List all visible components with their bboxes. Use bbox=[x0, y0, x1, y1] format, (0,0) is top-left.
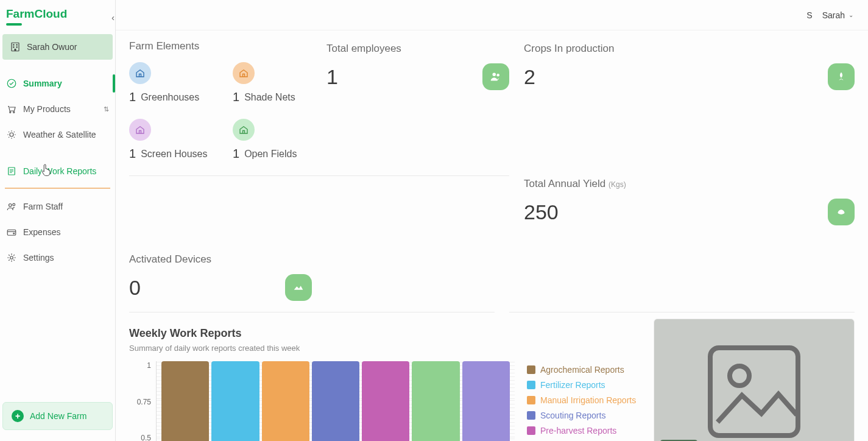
image-placeholder-icon bbox=[705, 343, 803, 440]
avatar-initial: S bbox=[806, 10, 812, 20]
legend-item[interactable]: Manual Irrigation Reports bbox=[527, 395, 637, 405]
section-separator bbox=[129, 312, 495, 312]
farm-element-icon bbox=[233, 62, 255, 84]
svg-rect-2 bbox=[16, 44, 18, 46]
stat-value: 250 bbox=[524, 200, 559, 224]
yield-icon bbox=[828, 199, 855, 225]
farm-elements-label: Farm Elements bbox=[129, 40, 312, 52]
crop-icon bbox=[828, 63, 855, 90]
farm-element-icon bbox=[129, 62, 151, 84]
y-tick: 1 bbox=[147, 361, 151, 370]
chart-subtitle: Summary of daily work reports created th… bbox=[129, 344, 637, 353]
nav-settings[interactable]: Settings bbox=[0, 245, 115, 270]
collapse-sidebar-button[interactable]: ‹ bbox=[111, 12, 115, 23]
chart-bar[interactable] bbox=[462, 361, 510, 441]
legend-swatch bbox=[527, 426, 535, 435]
profile-name: Sarah bbox=[822, 10, 845, 20]
plot-area bbox=[156, 361, 515, 441]
chart-bar[interactable] bbox=[211, 361, 259, 441]
summary-icon bbox=[6, 78, 17, 89]
expand-icon: ⇅ bbox=[104, 105, 109, 113]
stat-value: 2 bbox=[524, 65, 535, 89]
logo-text: FarmCloud bbox=[6, 7, 109, 21]
farm-element-count: 1 bbox=[129, 90, 136, 104]
nav-separator bbox=[5, 188, 110, 189]
legend-label: Manual Irrigation Reports bbox=[540, 395, 636, 405]
farm-element-item[interactable]: 1Open Fields bbox=[233, 119, 312, 161]
stat-label: Activated Devices bbox=[129, 253, 312, 266]
chart-bar[interactable] bbox=[412, 361, 459, 441]
svg-point-14 bbox=[13, 233, 15, 234]
svg-rect-5 bbox=[15, 49, 16, 51]
svg-rect-3 bbox=[13, 46, 14, 48]
profile-menu[interactable]: Sarah ⌄ bbox=[822, 10, 853, 20]
farm-element-item[interactable]: 1Greenhouses bbox=[129, 62, 208, 104]
stat-crops: Crops In production 2 bbox=[524, 40, 855, 101]
svg-point-17 bbox=[496, 74, 499, 77]
lower-section: Weekly Work Reports Summary of daily wor… bbox=[129, 319, 855, 441]
stat-label: Total Annual Yield (Kgs) bbox=[524, 178, 855, 190]
chart-bar[interactable] bbox=[312, 361, 359, 441]
chart-bar[interactable] bbox=[161, 361, 209, 441]
legend-label: Fertilizer Reports bbox=[540, 380, 605, 390]
chart-legend: Agrochemical ReportsFertilizer ReportsMa… bbox=[527, 361, 637, 441]
weekly-reports-chart: Weekly Work Reports Summary of daily wor… bbox=[129, 319, 637, 441]
legend-swatch bbox=[527, 381, 535, 389]
stat-value: 0 bbox=[129, 276, 141, 300]
y-tick: 0.5 bbox=[141, 434, 151, 441]
nav-my-products[interactable]: My Products ⇅ bbox=[0, 96, 115, 122]
crop-card[interactable]: Cal-J Crop Stage:HarvestingLast Update:M… bbox=[654, 319, 855, 441]
farm-element-label: Screen Houses bbox=[141, 149, 207, 160]
topbar: S Sarah ⌄ bbox=[116, 0, 868, 30]
stat-yield: Total Annual Yield (Kgs) 250 bbox=[524, 175, 855, 236]
svg-point-12 bbox=[13, 203, 15, 206]
svg-rect-13 bbox=[7, 230, 16, 235]
gear-icon bbox=[6, 252, 17, 263]
farm-element-label: Greenhouses bbox=[141, 92, 199, 103]
svg-rect-4 bbox=[16, 46, 18, 48]
legend-item[interactable]: Pre-harvest Reports bbox=[527, 426, 637, 436]
nav-expenses[interactable]: Expenses bbox=[0, 219, 115, 245]
staff-icon bbox=[6, 201, 17, 212]
svg-point-9 bbox=[10, 133, 13, 136]
nav-daily-work-reports[interactable]: Daily Work Reports bbox=[0, 158, 115, 184]
farm-element-count: 1 bbox=[233, 147, 239, 161]
nav-farm-staff[interactable]: Farm Staff bbox=[0, 194, 115, 219]
nav-label: Expenses bbox=[23, 227, 60, 237]
svg-point-11 bbox=[9, 204, 12, 207]
legend-item[interactable]: Scouting Reports bbox=[527, 411, 637, 420]
content: Total employees 1 Crops In production 2 bbox=[116, 30, 868, 441]
legend-label: Agrochemical Reports bbox=[540, 365, 624, 375]
stat-unit: (Kgs) bbox=[609, 180, 626, 189]
nav-summary[interactable]: Summary bbox=[0, 71, 115, 96]
farm-element-icon bbox=[129, 119, 151, 141]
building-icon bbox=[10, 41, 21, 52]
legend-swatch bbox=[527, 396, 535, 404]
chart-bar[interactable] bbox=[362, 361, 409, 441]
nav-label: My Products bbox=[23, 104, 71, 114]
stat-devices: Activated Devices 0 bbox=[129, 251, 312, 312]
logo-underline bbox=[6, 23, 22, 26]
farm-element-item[interactable]: 1Screen Houses bbox=[129, 119, 208, 161]
add-new-farm-button[interactable]: + Add New Farm bbox=[2, 402, 113, 430]
legend-item[interactable]: Fertilizer Reports bbox=[527, 380, 637, 390]
add-farm-label: Add New Farm bbox=[30, 411, 86, 421]
svg-point-8 bbox=[13, 111, 15, 113]
stat-label: Total employees bbox=[326, 43, 509, 55]
cart-icon bbox=[6, 104, 17, 115]
svg-rect-1 bbox=[13, 44, 14, 46]
farm-element-item[interactable]: 1Shade Nets bbox=[233, 62, 312, 104]
legend-swatch bbox=[527, 365, 535, 374]
user-pill[interactable]: Sarah Owuor bbox=[2, 34, 113, 60]
chart-bar[interactable] bbox=[262, 361, 309, 441]
main: S Sarah ⌄ Total employees 1 bbox=[116, 0, 868, 441]
stat-value: 1 bbox=[326, 65, 338, 89]
farm-element-label: Shade Nets bbox=[244, 92, 295, 103]
farm-element-label: Open Fields bbox=[244, 149, 297, 160]
nav-weather[interactable]: Weather & Satellite bbox=[0, 122, 115, 147]
legend-item[interactable]: Agrochemical Reports bbox=[527, 365, 637, 375]
stat-separator bbox=[129, 175, 509, 176]
farm-element-count: 1 bbox=[233, 90, 239, 104]
expenses-icon bbox=[6, 227, 17, 238]
svg-point-7 bbox=[10, 111, 11, 113]
